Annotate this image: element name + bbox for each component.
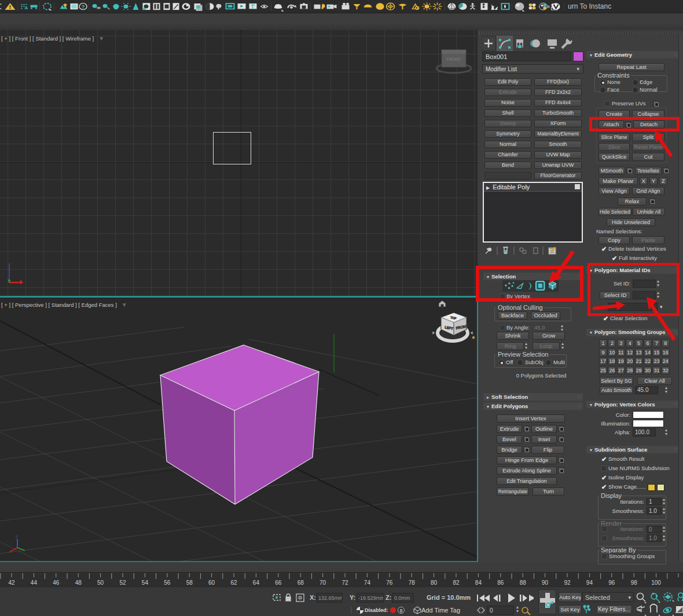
svg-text:62: 62 [230, 580, 237, 586]
svg-text:90: 90 [542, 580, 549, 586]
svg-text:?: ? [82, 4, 85, 9]
svg-text:78: 78 [409, 580, 416, 586]
svg-text:48: 48 [75, 580, 82, 586]
svg-text:80: 80 [431, 580, 438, 586]
svg-text:FRONT: FRONT [447, 57, 461, 61]
svg-text:42: 42 [8, 580, 15, 586]
svg-text:72: 72 [342, 580, 348, 586]
svg-text:82: 82 [453, 580, 460, 586]
svg-text:60: 60 [208, 580, 215, 586]
svg-text:98: 98 [631, 580, 638, 586]
svg-text:44: 44 [31, 580, 38, 586]
svg-text:66: 66 [275, 580, 282, 586]
svg-text:84: 84 [475, 580, 482, 586]
svg-text:100: 100 [651, 580, 661, 586]
svg-text:56: 56 [164, 580, 171, 586]
svg-text:86: 86 [497, 580, 504, 586]
svg-text:96: 96 [608, 580, 615, 586]
svg-text:76: 76 [386, 580, 393, 586]
svg-text:z: z [16, 534, 18, 539]
svg-text:54: 54 [142, 580, 149, 586]
svg-text:94: 94 [586, 580, 593, 586]
svg-text:52: 52 [119, 580, 126, 586]
svg-text:58: 58 [186, 580, 193, 586]
svg-text:92: 92 [564, 580, 571, 586]
svg-text:70: 70 [320, 580, 326, 586]
svg-text:68: 68 [298, 580, 304, 586]
svg-text:A: A [25, 6, 28, 10]
svg-text:46: 46 [53, 580, 60, 586]
svg-text:64: 64 [253, 580, 260, 586]
svg-text:50: 50 [97, 580, 104, 586]
svg-text:88: 88 [520, 580, 527, 586]
svg-text:74: 74 [364, 580, 371, 586]
